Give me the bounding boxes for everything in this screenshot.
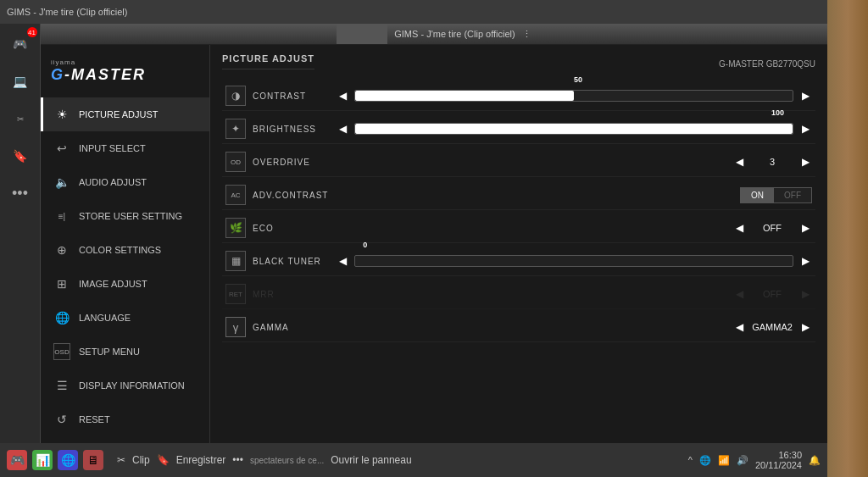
left-taskbar: 🎮 41 💻 ✂ 🔖 ••• [0,24,41,443]
brand-master: -MASTER [64,66,146,83]
clock-date: 20/11/2024 [755,460,802,470]
taskbar-bottom-icon-3[interactable]: 🌐 [58,450,78,470]
eco-arrow-right[interactable]: ▶ [798,222,812,234]
setting-control-mrr: ◀ OFF ▶ [336,288,812,300]
setting-icon-brightness: ✦ [225,119,246,139]
menu-item-color-settings[interactable]: ⊕ COLOR SETTINGS [41,233,209,267]
taskbar-icon-1[interactable]: 🎮 41 [7,31,34,58]
setting-row-gamma: γ GAMMA ◀ GAMMA2 ▶ [222,313,815,342]
menu-label-setup: SETUP MENU [79,347,140,357]
video-title: GIMS - J'me tire (Clip officiel) [394,29,515,39]
browser-bar: GIMS - J'me tire (Clip officiel) ⋮ [0,0,868,24]
menu-icon-display-info: ☰ [53,377,70,394]
menu-item-store-user[interactable]: ≡| STORE USER SETTING [41,199,209,233]
setting-row-eco: 🌿 ECO ◀ OFF ▶ [222,214,815,243]
setting-label-gamma: GAMMA [253,323,329,332]
setting-label-mrr: MRR [253,290,329,299]
notification-bell[interactable]: 🔔 [809,455,821,466]
brightness-arrow-right[interactable]: ▶ [798,123,812,135]
menu-icon-setup: OSD [53,343,70,360]
browser-tab-title: GIMS - J'me tire (Clip officiel) [7,7,127,17]
setting-control-brightness: ◀ 100 ▶ [336,120,812,137]
mrr-value: OFF [751,289,793,299]
gamma-arrow-right[interactable]: ▶ [798,321,812,333]
gamma-arrow-left[interactable]: ◀ [732,321,746,333]
setting-icon-adv-contrast: AC [225,185,246,205]
clock-area[interactable]: 16:30 20/11/2024 [755,450,802,470]
black-tuner-arrow-left[interactable]: ◀ [336,255,349,267]
mrr-arrow-right: ▶ [798,288,812,300]
open-panel-btn[interactable]: Ouvrir le panneau [331,454,411,466]
bottom-taskbar: 🎮 📊 🌐 🖥 ✂ Clip 🔖 Enregistrer ••• spectat… [0,443,827,477]
brightness-slider[interactable]: 100 [354,120,793,137]
black-tuner-arrow-right[interactable]: ▶ [798,255,812,267]
toggle-on[interactable]: ON [741,188,774,202]
taskbar-icon-2[interactable]: 💻 [7,68,34,95]
menu-item-input-select[interactable]: ↩ INPUT SELECT [41,131,209,165]
menu-label-store: STORE USER SETTING [79,211,182,221]
mrr-arrow-left: ◀ [732,288,746,300]
brand-header: iiyama G-MASTER [41,52,209,94]
contrast-slider[interactable]: 50 [354,87,793,104]
setting-control-contrast: ◀ 50 ▶ [336,87,812,104]
taskbar-right: ^ 🌐 📶 🔊 16:30 20/11/2024 🔔 [688,450,821,470]
contrast-value-label: 50 [574,75,582,84]
osd-model: G-MASTER GB2770QSU [719,59,815,69]
menu-item-audio-adjust[interactable]: 🔈 AUDIO ADJUST [41,165,209,199]
taskbar-bottom-icon-4[interactable]: 🖥 [83,450,103,470]
menu-item-display-info[interactable]: ☰ DISPLAY INFORMATION [41,369,209,402]
osd-menu: iiyama G-MASTER ☀ PICTURE ADJUST ↩ INPUT… [41,45,210,443]
setting-row-contrast: ◑ CONTRAST ◀ 50 ▶ [222,81,815,111]
osd-body: iiyama G-MASTER ☀ PICTURE ADJUST ↩ INPUT… [41,45,827,443]
menu-icon-picture: ☀ [53,106,70,123]
setting-icon-contrast: ◑ [225,86,246,106]
settings-grid: ◑ CONTRAST ◀ 50 ▶ ✦ [222,81,815,342]
toggle-off[interactable]: OFF [774,188,811,202]
menu-label-picture: PICTURE ADJUST [79,109,159,119]
taskbar-icon-3[interactable]: ✂ [7,105,34,132]
brightness-value-label: 100 [771,108,784,117]
menu-item-language[interactable]: 🌐 LANGUAGE [41,301,209,335]
setting-row-mrr: RET MRR ◀ OFF ▶ [222,280,815,309]
brand-iiyama: iiyama [51,58,146,66]
taskbar-icon-label: 🎮 [13,37,27,51]
taskbar-bottom-icon-2[interactable]: 📊 [32,450,53,470]
menu-list: ☀ PICTURE ADJUST ↩ INPUT SELECT 🔈 AUDIO … [41,97,209,436]
adv-contrast-toggle[interactable]: ON OFF [740,187,812,203]
taskbar-icon-4[interactable]: 🔖 [7,142,34,169]
gamma-value: GAMMA2 [751,322,793,332]
clip-label[interactable]: Clip [132,454,150,466]
overdrive-arrow-right[interactable]: ▶ [798,156,812,168]
taskbar-icon-5[interactable]: ••• [7,180,34,207]
system-tray-browser[interactable]: 🌐 [699,455,711,466]
eco-arrow-left[interactable]: ◀ [732,222,746,234]
taskbar-bottom-icon-1[interactable]: 🎮 [7,450,27,470]
setting-label-eco: ECO [253,224,329,233]
brightness-fill [355,124,793,134]
menu-item-image-adjust[interactable]: ⊞ IMAGE ADJUST [41,267,209,301]
clock-time: 16:30 [778,450,802,460]
spectators-text: spectateurs de ce... [250,456,324,465]
bottom-icons-left: 🎮 📊 🌐 🖥 [7,450,103,470]
system-tray-wifi[interactable]: 📶 [718,455,730,466]
brand-gmaster: G-MASTER [51,66,146,84]
more-icon[interactable]: ••• [232,454,243,466]
video-menu-icon[interactable]: ⋮ [522,29,531,40]
system-tray-volume[interactable]: 🔊 [737,455,748,466]
overdrive-arrow-left[interactable]: ◀ [732,156,746,168]
setting-label-adv-contrast: ADV.CONTRAST [253,191,329,200]
contrast-arrow-right[interactable]: ▶ [798,90,812,102]
save-label[interactable]: Enregistrer [176,454,226,466]
system-tray-up[interactable]: ^ [688,455,693,465]
brightness-arrow-left[interactable]: ◀ [336,123,349,135]
right-wood-panel [827,0,868,477]
menu-item-reset[interactable]: ↺ RESET [41,402,209,436]
menu-item-picture-adjust[interactable]: ☀ PICTURE ADJUST [41,97,209,131]
osd-content: PICTURE ADJUST G-MASTER GB2770QSU ◑ CONT… [210,45,827,443]
contrast-arrow-left[interactable]: ◀ [336,90,349,102]
black-tuner-slider[interactable]: 0 [354,252,793,269]
menu-icon-audio: 🔈 [53,174,70,191]
setting-icon-black-tuner: ▦ [225,251,246,271]
setting-control-gamma: ◀ GAMMA2 ▶ [336,321,812,333]
menu-item-setup[interactable]: OSD SETUP MENU [41,335,209,369]
